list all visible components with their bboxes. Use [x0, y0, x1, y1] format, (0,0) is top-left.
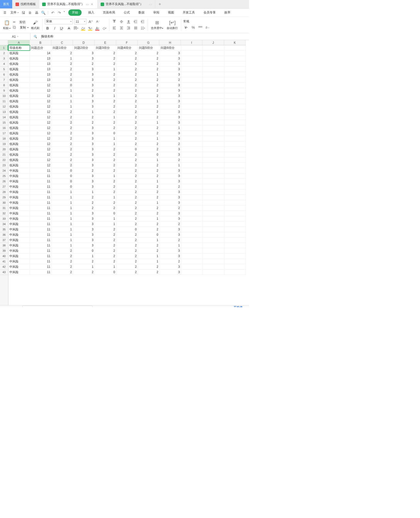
cell[interactable]: 1 [95, 221, 116, 227]
cell[interactable] [203, 259, 224, 264]
cell[interactable]: 3 [160, 120, 181, 125]
cell[interactable]: 3 [73, 179, 95, 184]
cell[interactable]: 2 [116, 109, 138, 115]
cell[interactable]: 3 [73, 211, 95, 216]
cell[interactable]: 2 [138, 221, 160, 227]
cell[interactable] [224, 147, 246, 152]
cell[interactable] [203, 243, 224, 248]
col-header-A[interactable]: A [8, 40, 30, 45]
cell[interactable]: 0 [116, 227, 138, 232]
cell[interactable]: 2 [138, 173, 160, 179]
cell[interactable]: 低风险 [8, 120, 30, 125]
row-header[interactable]: 39 [0, 248, 8, 254]
cell[interactable]: 3 [160, 131, 181, 136]
cell[interactable] [181, 51, 203, 56]
increase-decimal-icon[interactable]: .0→ [205, 25, 210, 30]
cell[interactable]: 低风险 [8, 67, 30, 72]
cell[interactable]: 1 [73, 109, 95, 115]
cell[interactable]: 2 [116, 205, 138, 211]
cell[interactable] [181, 56, 203, 61]
row-header[interactable]: 20 [0, 147, 8, 152]
cell[interactable]: 中风险 [8, 205, 30, 211]
cell[interactable]: 1 [95, 136, 116, 141]
cell[interactable] [224, 67, 246, 72]
cell[interactable]: 2 [52, 152, 73, 157]
cell[interactable] [224, 157, 246, 163]
cell[interactable]: 低风险 [8, 99, 30, 104]
cell[interactable] [203, 109, 224, 115]
cell[interactable]: 2 [95, 243, 116, 248]
cell[interactable]: 11 [30, 232, 52, 238]
cell[interactable]: 中风险 [8, 248, 30, 254]
cell[interactable]: 2 [116, 221, 138, 227]
cell[interactable]: 2 [116, 259, 138, 264]
cell[interactable] [181, 179, 203, 184]
row-header[interactable]: 40 [0, 254, 8, 259]
row-header[interactable]: 22 [0, 157, 8, 163]
cell[interactable]: 2 [52, 131, 73, 136]
cell[interactable] [203, 184, 224, 189]
cell[interactable] [203, 152, 224, 157]
cell[interactable] [181, 227, 203, 232]
cell[interactable]: 2 [160, 259, 181, 264]
cell[interactable]: 中风险 [8, 254, 30, 259]
cell[interactable]: 3 [73, 227, 95, 232]
row-header[interactable]: 8 [0, 83, 8, 88]
cell[interactable] [181, 195, 203, 200]
cell[interactable]: 2 [95, 200, 116, 205]
cell[interactable]: 2 [95, 56, 116, 61]
merge-center-button[interactable]: ⊞ 合并居中▾ [150, 20, 164, 30]
cell[interactable]: 2 [52, 141, 73, 147]
cell[interactable]: 11 [30, 254, 52, 259]
cell[interactable]: 11 [30, 184, 52, 189]
cell[interactable] [181, 83, 203, 88]
row-header[interactable]: 28 [0, 189, 8, 195]
cell[interactable]: 2 [116, 254, 138, 259]
row-header[interactable]: 7 [0, 77, 8, 83]
cell[interactable]: 3 [73, 83, 95, 88]
menu-tab-6[interactable]: 视图 [166, 9, 176, 16]
cell[interactable]: 2 [138, 227, 160, 232]
cell[interactable]: 2 [138, 93, 160, 99]
cell[interactable] [203, 189, 224, 195]
menu-tab-5[interactable]: 审阅 [151, 9, 161, 16]
close-tab-icon[interactable]: ✕ [91, 3, 93, 6]
cell[interactable] [203, 141, 224, 147]
cell[interactable]: 1 [52, 232, 73, 238]
cell[interactable] [203, 88, 224, 93]
cell[interactable]: 3 [73, 238, 95, 243]
cell[interactable] [224, 125, 246, 131]
cell[interactable] [181, 104, 203, 109]
cell[interactable]: 2 [116, 61, 138, 67]
cell[interactable]: 2 [116, 152, 138, 157]
cell[interactable]: 11 [30, 195, 52, 200]
cell[interactable] [181, 189, 203, 195]
cell[interactable]: 3 [160, 99, 181, 104]
cell[interactable]: 2 [95, 232, 116, 238]
row-header[interactable]: 14 [0, 115, 8, 120]
increase-font-icon[interactable]: A⁺ [88, 19, 94, 24]
cell[interactable]: 1 [52, 216, 73, 221]
cell[interactable]: 11 [30, 168, 52, 173]
cell[interactable]: 3 [160, 136, 181, 141]
sheet-first-icon[interactable]: |< [3, 307, 6, 307]
cell[interactable] [203, 72, 224, 77]
menu-tab-7[interactable]: 开发工具 [181, 9, 197, 16]
row-header[interactable]: 2 [0, 51, 8, 56]
row-header[interactable]: 34 [0, 221, 8, 227]
cell[interactable]: 11 [30, 221, 52, 227]
cell[interactable]: 2 [116, 179, 138, 184]
cell[interactable]: 3 [160, 232, 181, 238]
cell[interactable]: 问题2得分 [73, 45, 95, 51]
cell[interactable]: 中风险 [8, 270, 30, 275]
cell[interactable] [224, 254, 246, 259]
cell[interactable]: 1 [95, 93, 116, 99]
col-header-B[interactable]: B [30, 40, 51, 45]
cell[interactable]: 1 [52, 243, 73, 248]
cell[interactable]: 2 [160, 77, 181, 83]
cell[interactable]: 12 [30, 88, 52, 93]
cell[interactable] [224, 232, 246, 238]
cell[interactable]: 2 [116, 184, 138, 189]
cell[interactable]: 3 [160, 227, 181, 232]
cell[interactable]: 13 [30, 56, 52, 61]
